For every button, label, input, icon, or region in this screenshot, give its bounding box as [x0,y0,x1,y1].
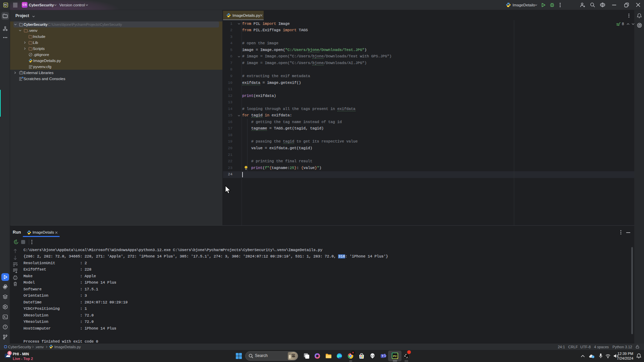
svg-text:PC: PC [393,355,397,358]
svg-text:T: T [382,354,384,358]
svg-text:PC: PC [4,4,7,6]
